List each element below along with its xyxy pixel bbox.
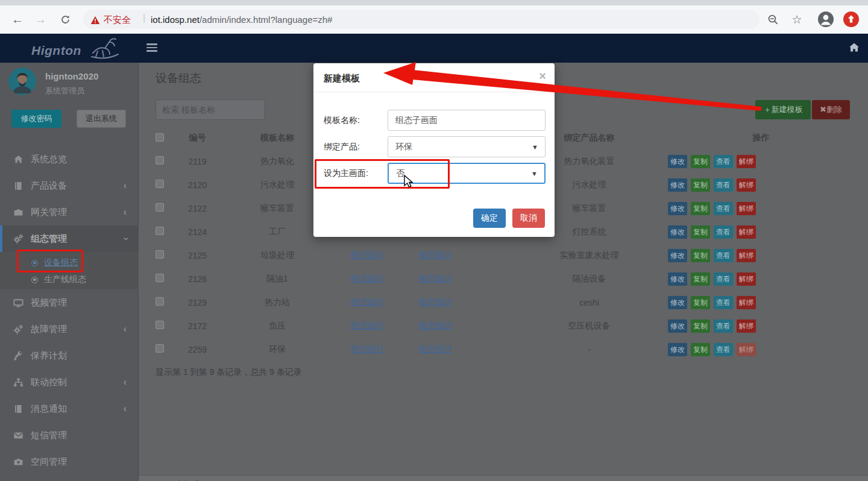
- modal-title: 新建模板: [324, 73, 360, 84]
- home-button[interactable]: [849, 42, 860, 55]
- unbind-button[interactable]: 解绑: [737, 319, 756, 333]
- unbind-button[interactable]: 解绑: [737, 202, 756, 215]
- sidebar-item-products[interactable]: 产品设备 ‹: [0, 172, 139, 199]
- design-link[interactable]: 组态设计: [351, 321, 385, 330]
- design-link[interactable]: 组态设计: [351, 344, 385, 354]
- confirm-button[interactable]: 确定: [473, 209, 506, 228]
- sidebar-item-device-config[interactable]: 设备组态: [0, 254, 139, 271]
- sidebar-item-space[interactable]: 空间管理: [0, 448, 139, 475]
- browser-reload-button[interactable]: [57, 11, 74, 28]
- design-link[interactable]: 组态设计: [351, 274, 385, 283]
- edit-button[interactable]: 修改: [668, 296, 687, 309]
- row-checkbox[interactable]: [156, 180, 164, 188]
- design-link[interactable]: 组态设计: [419, 250, 453, 260]
- sidebar-item-gateway[interactable]: 网关管理 ‹: [0, 199, 139, 225]
- view-button[interactable]: 查看: [714, 296, 733, 309]
- logout-button[interactable]: 退出系统: [77, 110, 126, 128]
- antelope-logo-icon: [89, 35, 121, 59]
- edit-button[interactable]: 修改: [668, 272, 687, 286]
- design-link[interactable]: 组态设计: [351, 297, 385, 307]
- box-icon: [13, 457, 24, 467]
- view-button[interactable]: 查看: [714, 178, 733, 192]
- row-checkbox[interactable]: [156, 156, 164, 165]
- modal-close-icon[interactable]: ×: [539, 69, 546, 83]
- browser-back-button[interactable]: ←: [9, 11, 26, 28]
- edit-button[interactable]: 修改: [668, 202, 687, 215]
- browser-update-button[interactable]: [843, 11, 860, 28]
- sidebar-item-line-config[interactable]: 生产线组态: [0, 271, 139, 288]
- row-checkbox[interactable]: [156, 297, 164, 306]
- row-checkbox[interactable]: [156, 344, 164, 353]
- sidebar-item-configuration[interactable]: 组态管理 ‹: [0, 225, 139, 252]
- browser-forward-button[interactable]: →: [32, 11, 49, 28]
- sidebar-item-maintenance[interactable]: 保养计划: [0, 342, 139, 369]
- unbind-button[interactable]: 解绑: [737, 343, 756, 356]
- copy-button[interactable]: 复制: [691, 202, 710, 215]
- copy-button[interactable]: 复制: [691, 272, 710, 286]
- bookmark-star-button[interactable]: ☆: [788, 11, 805, 28]
- sidebar-item-fault[interactable]: 故障管理 ‹: [0, 316, 139, 342]
- gateway-icon: [13, 207, 24, 218]
- edit-button[interactable]: 修改: [668, 155, 687, 168]
- main-screen-select[interactable]: 否 ▼: [388, 163, 546, 184]
- row-checkbox[interactable]: [156, 203, 164, 212]
- bind-product-select[interactable]: 环保 ▼: [388, 136, 546, 157]
- copy-button[interactable]: 复制: [691, 178, 710, 192]
- design-link[interactable]: 组态设计: [419, 344, 453, 354]
- design-link[interactable]: 组态设计: [419, 297, 453, 307]
- row-checkbox[interactable]: [156, 227, 164, 235]
- edit-button[interactable]: 修改: [668, 343, 687, 356]
- select-all-checkbox[interactable]: [156, 133, 164, 142]
- edit-button[interactable]: 修改: [668, 319, 687, 333]
- sidebar-item-notifications[interactable]: 消息通知 ‹: [0, 395, 139, 422]
- zoom-out-button[interactable]: [764, 11, 781, 28]
- row-checkbox[interactable]: [156, 321, 164, 329]
- view-button[interactable]: 查看: [714, 202, 733, 215]
- design-link[interactable]: 组态设计: [419, 321, 453, 330]
- view-button[interactable]: 查看: [714, 155, 733, 168]
- view-button[interactable]: 查看: [714, 343, 733, 356]
- unbind-button[interactable]: 解绑: [737, 155, 756, 168]
- copy-button[interactable]: 复制: [691, 155, 710, 168]
- unbind-button[interactable]: 解绑: [737, 178, 756, 192]
- new-template-modal: 新建模板 × 模板名称: 绑定产品: 环保 ▼ 设为主画面: 否 ▼ 确定 取消: [313, 63, 555, 237]
- search-input[interactable]: [156, 99, 265, 120]
- sidebar-toggle-button[interactable]: [146, 43, 157, 52]
- copy-button[interactable]: 复制: [691, 319, 710, 333]
- design-link[interactable]: 组态设计: [419, 274, 453, 283]
- edit-button[interactable]: 修改: [668, 249, 687, 262]
- table-row: 2172 负压 组态设计 组态设计 空压机设备 修改 复制 查看 解绑: [145, 314, 868, 338]
- browser-profile-button[interactable]: [817, 11, 834, 28]
- unbind-button[interactable]: 解绑: [737, 272, 756, 286]
- row-id: 2126: [175, 274, 220, 284]
- cancel-button[interactable]: 取消: [512, 209, 545, 228]
- row-template-name: 垃圾处理: [220, 250, 335, 261]
- design-link[interactable]: 组态设计: [351, 250, 385, 260]
- unbind-button[interactable]: 解绑: [737, 225, 756, 239]
- template-name-input[interactable]: [388, 110, 546, 131]
- new-template-button[interactable]: ＋新建模板: [755, 100, 811, 119]
- row-checkbox[interactable]: [156, 274, 164, 282]
- row-product-name: ceshi: [524, 298, 654, 307]
- view-button[interactable]: 查看: [714, 272, 733, 286]
- sidebar-item-linkage[interactable]: 联动控制 ‹: [0, 369, 139, 395]
- sidebar-item-video[interactable]: 视频管理: [0, 289, 139, 316]
- copy-button[interactable]: 复制: [691, 249, 710, 262]
- delete-button[interactable]: ✖删除: [812, 100, 850, 119]
- sidebar-item-overview[interactable]: 系统总览: [0, 146, 139, 172]
- copy-button[interactable]: 复制: [691, 343, 710, 356]
- sidebar-item-sms[interactable]: 短信管理: [0, 422, 139, 448]
- view-button[interactable]: 查看: [714, 319, 733, 333]
- security-warning-label[interactable]: 不安全: [104, 14, 131, 26]
- change-password-button[interactable]: 修改密码: [11, 110, 61, 128]
- edit-button[interactable]: 修改: [668, 225, 687, 239]
- edit-button[interactable]: 修改: [668, 178, 687, 192]
- view-button[interactable]: 查看: [714, 225, 733, 239]
- unbind-button[interactable]: 解绑: [737, 296, 756, 309]
- book-icon: [13, 181, 24, 191]
- row-checkbox[interactable]: [156, 250, 164, 259]
- copy-button[interactable]: 复制: [691, 296, 710, 309]
- view-button[interactable]: 查看: [714, 249, 733, 262]
- unbind-button[interactable]: 解绑: [737, 249, 756, 262]
- copy-button[interactable]: 复制: [691, 225, 710, 239]
